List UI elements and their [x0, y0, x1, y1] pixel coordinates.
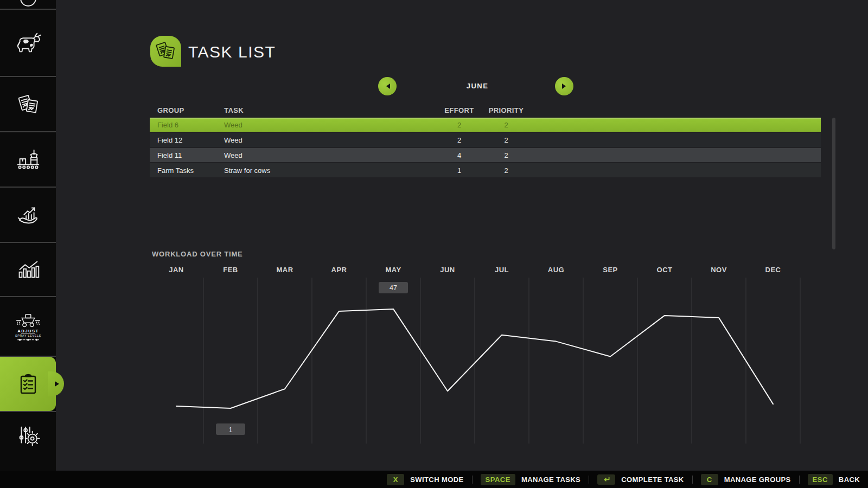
page-icon [150, 36, 181, 67]
cell-effort: 2 [431, 136, 488, 144]
chart-month-label: DEC [765, 266, 781, 274]
chart-month-label: JUN [440, 266, 455, 274]
sliders-gear-icon [14, 421, 43, 451]
chart-title: WORKLOAD OVER TIME [152, 250, 243, 258]
cell-task: Straw for cows [224, 166, 431, 175]
cell-task: Weed [224, 151, 431, 159]
hotkey-label: COMPLETE TASK [621, 476, 684, 484]
selected-tab-bump [48, 371, 64, 396]
chart-month-label: APR [331, 266, 347, 274]
task-table: GROUP TASK EFFORT PRIORITY Field 6 Weed … [150, 104, 821, 178]
arrow-left-icon [384, 84, 390, 89]
page-title: TASK LIST [188, 43, 276, 61]
chart-month-label: OCT [657, 266, 673, 274]
table-scrollbar[interactable] [832, 118, 835, 249]
sidebar-item-production[interactable] [0, 132, 56, 187]
cell-group: Field 12 [150, 136, 224, 144]
task-list-screen: ADJUST SPRAY LEVELS [0, 0, 868, 488]
arrow-right-icon [55, 381, 62, 387]
chart-value-badge-label: 1 [229, 426, 233, 434]
cell-priority: 2 [488, 151, 525, 159]
hand-chart-icon [14, 200, 43, 229]
table-row[interactable]: Field 11 Weed 4 2 [150, 148, 821, 162]
bar-chart-icon [14, 255, 43, 284]
current-month-label: JUNE [439, 82, 515, 90]
cell-task: Weed [224, 136, 431, 144]
header-group: GROUP [150, 106, 224, 114]
cell-effort: 4 [431, 151, 488, 159]
svg-text:ADJUST: ADJUST [17, 329, 39, 333]
chart-month-label: JAN [169, 266, 184, 274]
task-papers-icon [151, 36, 181, 67]
hotkey-back[interactable]: ESC BACK [808, 474, 860, 485]
table-row-selected[interactable]: Field 6 Weed 2 2 [150, 118, 821, 132]
cell-task: Weed [224, 121, 431, 129]
cell-group: Field 11 [150, 151, 224, 159]
chart-month-label: FEB [223, 266, 238, 274]
hotkey-label: BACK [839, 476, 860, 484]
sidebar-item-statistics[interactable] [0, 243, 56, 296]
cell-priority: 2 [488, 166, 525, 175]
clock-icon [18, 0, 38, 9]
documents-icon [14, 89, 43, 119]
header-task: TASK [224, 106, 431, 114]
chart-month-label: SEP [603, 266, 618, 274]
chart-month-label: AUG [548, 266, 564, 274]
key-enter [597, 474, 615, 485]
table-header-row: GROUP TASK EFFORT PRIORITY [150, 104, 821, 116]
cell-group: Farm Tasks [150, 166, 224, 175]
header-effort: EFFORT [431, 106, 488, 114]
sidebar-item-spray-levels[interactable]: ADJUST SPRAY LEVELS [0, 297, 56, 356]
key-c: C [701, 474, 718, 485]
task-list-icon [13, 369, 43, 399]
header-priority: PRIORITY [488, 106, 525, 114]
enter-icon [602, 476, 610, 483]
sidebar-item-animals[interactable] [0, 10, 56, 76]
hotkey-label: SWITCH MODE [410, 476, 463, 484]
chart-month-label: NOV [711, 266, 727, 274]
sidebar-item-settings[interactable] [0, 412, 56, 460]
cell-group: Field 6 [150, 121, 224, 129]
sidebar-item-task-list[interactable] [0, 357, 56, 411]
cell-effort: 1 [431, 166, 488, 175]
sidebar-item-contracts[interactable] [0, 77, 56, 131]
cell-effort: 2 [431, 121, 488, 129]
key-x: X [387, 474, 404, 485]
hotkey-switch-mode[interactable]: X SWITCH MODE [387, 474, 463, 485]
svg-text:SPRAY LEVELS: SPRAY LEVELS [15, 334, 41, 337]
sidebar-item-finances[interactable] [0, 188, 56, 242]
table-row[interactable]: Farm Tasks Straw for cows 1 2 [150, 163, 821, 177]
arrow-right-icon [562, 84, 569, 89]
hotkey-label: MANAGE TASKS [521, 476, 580, 484]
sidebar: ADJUST SPRAY LEVELS [0, 0, 56, 471]
workload-chart: JANFEBMARAPRMAYJUNJULAUGSEPOCTNOVDEC471 [149, 264, 808, 455]
spray-levels-icon: ADJUST SPRAY LEVELS [12, 310, 44, 343]
hotkey-separator [799, 476, 800, 484]
cow-icon [14, 28, 43, 57]
hotkey-complete-task[interactable]: COMPLETE TASK [597, 474, 684, 485]
hotkey-label: MANAGE GROUPS [724, 476, 791, 484]
previous-month-button[interactable] [378, 77, 397, 95]
next-month-button[interactable] [555, 77, 573, 95]
hotkey-manage-tasks[interactable]: SPACE MANAGE TASKS [481, 474, 581, 485]
chart-month-label: MAR [276, 266, 293, 274]
chart-month-label: JUL [495, 266, 509, 274]
hotkey-bar: X SWITCH MODE SPACE MANAGE TASKS COMPLET… [0, 471, 868, 488]
hotkey-separator [589, 476, 589, 484]
chart-month-label: MAY [385, 266, 401, 274]
hotkey-separator [692, 476, 693, 484]
key-space: SPACE [481, 474, 515, 485]
table-row[interactable]: Field 12 Weed 2 2 [150, 133, 821, 147]
cell-priority: 2 [488, 121, 525, 129]
hotkey-manage-groups[interactable]: C MANAGE GROUPS [701, 474, 791, 485]
key-esc: ESC [808, 474, 833, 485]
production-line-icon [14, 145, 43, 174]
cell-priority: 2 [488, 136, 525, 144]
sidebar-item-clock[interactable] [0, 0, 56, 9]
hotkey-separator [472, 476, 473, 484]
chart-value-badge-label: 47 [390, 284, 397, 292]
